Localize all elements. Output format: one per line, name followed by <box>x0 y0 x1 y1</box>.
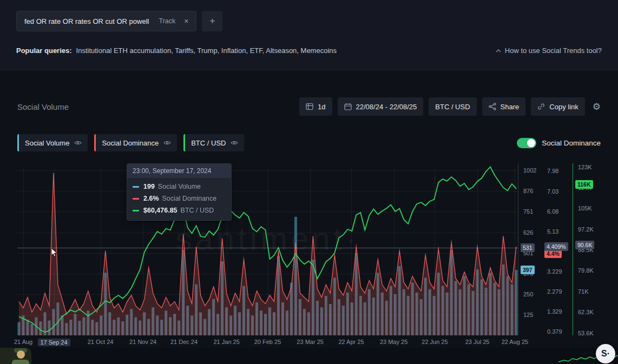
eye-icon[interactable] <box>74 140 82 145</box>
chevron-up-icon <box>496 49 501 52</box>
legend-label: Social Dominance <box>102 139 159 147</box>
legend-label: Social Volume <box>25 139 69 147</box>
axis-tick: 6.08 <box>547 208 558 215</box>
x-axis-label: 21 Oct 24 <box>88 339 114 345</box>
interval-icon <box>306 103 313 110</box>
avatar-body <box>12 360 29 364</box>
axis-tick: 5.13 <box>547 228 558 235</box>
legend-label: BTC / USD <box>191 139 226 147</box>
x-axis-label: 22 Apr 25 <box>338 339 364 345</box>
query-text: fed OR rate OR rates OR cut OR powell <box>24 17 149 25</box>
avatar-head <box>17 350 25 359</box>
crosshair-value-btc: 90.6K <box>575 241 594 249</box>
query-chip-row: fed OR rate OR rates OR cut OR powell Tr… <box>16 11 602 31</box>
axis-tick: 53.6K <box>578 330 594 336</box>
axis-tick: 2.279 <box>547 288 562 295</box>
tooltip-value: 2.6% <box>143 195 159 202</box>
panel-header: Social Volume 1d 22/08/24 - 22/08/25 BTC… <box>17 97 601 116</box>
footer-strip <box>0 348 618 364</box>
track-button[interactable]: Track <box>159 17 175 25</box>
axis-tick: 0.379 <box>547 328 562 335</box>
interval-selector[interactable]: 1d <box>299 97 332 116</box>
legend-chip-btc-usd[interactable]: BTC / USD <box>183 134 244 151</box>
chart-controls: 1d 22/08/24 - 22/08/25 BTC / USD Share C… <box>299 97 601 116</box>
link-icon <box>537 103 545 110</box>
x-axis-label: 22 Jun 25 <box>422 339 448 345</box>
chart-panel: Social Volume 1d 22/08/24 - 22/08/25 BTC… <box>0 97 618 347</box>
help-link-label: How to use Social Trends tool? <box>505 47 602 55</box>
tooltip-row: $60,476.85 BTC / USD <box>127 204 231 216</box>
y-axis-btc-usd: 90.6K 116K 53.6K62.3K71K79.8K88.5K97.2K1… <box>573 163 601 335</box>
x-axis-label: 21 Aug <box>14 339 32 345</box>
x-axis: 21 Aug17 Sep 2421 Oct 2421 Nov 2421 Dec … <box>17 335 518 347</box>
eye-icon[interactable] <box>163 140 171 145</box>
series-dash-btc-usd <box>133 210 139 211</box>
x-axis-label: 21 Jan 25 <box>213 339 239 345</box>
chart-canvas[interactable] <box>17 163 518 335</box>
axis-tick: 751 <box>523 208 533 215</box>
chart-tooltip: 23:00, September 17, 2024 199 Social Vol… <box>127 163 232 221</box>
calendar-icon <box>344 103 352 110</box>
gear-icon[interactable]: ⚙ <box>593 102 601 111</box>
top-bar: fed OR rate OR rates OR cut OR powell Tr… <box>0 0 618 70</box>
tooltip-timestamp: 23:00, September 17, 2024 <box>127 164 231 178</box>
y-axis-social-volume: 531 397 1252503765016267518761002 <box>518 163 542 335</box>
panel-title: Social Volume <box>17 102 69 111</box>
copy-link-button[interactable]: Copy link <box>531 97 584 116</box>
social-dominance-toggle[interactable] <box>517 138 536 148</box>
page: fed OR rate OR rates OR cut OR powell Tr… <box>0 0 618 364</box>
tooltip-value: $60,476.85 <box>143 207 177 214</box>
toggle-label: Social Dominance <box>542 139 601 147</box>
x-axis-label: 21 Nov 24 <box>129 339 156 345</box>
tooltip-label: Social Dominance <box>162 195 217 202</box>
tooltip-row: 199 Social Volume <box>127 181 231 193</box>
share-button[interactable]: Share <box>482 97 526 116</box>
tooltip-body: 199 Social Volume 2.6% Social Dominance … <box>127 178 231 220</box>
x-axis-label: 22 Aug 25 <box>502 339 529 345</box>
crosshair-value-dominance: 4.409% <box>544 242 568 251</box>
legend-chip-social-dominance[interactable]: Social Dominance <box>94 134 177 151</box>
tooltip-row: 2.6% Social Dominance <box>127 193 231 204</box>
axis-tick: 71K <box>578 288 589 295</box>
date-range-selector[interactable]: 22/08/24 - 22/08/25 <box>338 97 424 116</box>
legend-row: Social Volume Social Dominance BTC / USD… <box>17 134 601 151</box>
crosshair-value-volume: 531 <box>521 243 535 252</box>
tooltip-label: BTC / USD <box>181 207 214 214</box>
axis-tick: 105K <box>578 205 592 211</box>
pair-value: BTC / USD <box>435 103 470 111</box>
popular-queries-list[interactable]: Institutional ETH accumulation, Tariffs,… <box>76 47 337 55</box>
series-dash-social-dominance <box>133 198 139 200</box>
pair-selector[interactable]: BTC / USD <box>429 97 476 116</box>
x-axis-label-highlighted: 17 Sep 24 <box>37 339 70 346</box>
toggle-knob <box>527 139 535 147</box>
eye-icon[interactable] <box>231 140 238 145</box>
copy-link-label: Copy link <box>549 103 578 111</box>
axis-tick: 123K <box>578 164 592 170</box>
x-axis-label: 23 May 25 <box>380 339 407 345</box>
share-label: Share <box>501 103 520 111</box>
x-axis-label: 23 Mar 25 <box>297 339 324 345</box>
help-link[interactable]: How to use Social Trends tool? <box>496 47 602 55</box>
corner-avatar-overlay <box>0 348 31 364</box>
series-dash-social-volume <box>133 186 139 188</box>
plot-area: santiment· 23:00, September 17, 2024 199… <box>17 163 518 335</box>
popular-queries-row: Popular queries: Institutional ETH accum… <box>16 47 602 55</box>
legend-chip-social-volume[interactable]: Social Volume <box>17 134 88 151</box>
axis-tick: 626 <box>523 229 533 236</box>
x-axis-label: 23 Jul 25 <box>465 339 490 345</box>
share-icon <box>489 103 496 110</box>
axis-tick: 7.98 <box>547 168 558 174</box>
tooltip-value: 199 <box>143 183 155 190</box>
close-icon[interactable]: × <box>184 17 188 25</box>
add-query-button[interactable]: + <box>202 11 222 31</box>
axis-tick: 62.3K <box>578 309 594 315</box>
axis-tick: 125 <box>523 312 533 318</box>
chart-area: santiment· 23:00, September 17, 2024 199… <box>17 163 601 335</box>
latest-value-btc: 116K <box>575 180 593 189</box>
x-axis-label: 21 Dec 24 <box>170 339 198 345</box>
axis-tick: 79.8K <box>578 267 594 274</box>
axis-tick: 1.329 <box>547 308 562 315</box>
query-chip[interactable]: fed OR rate OR rates OR cut OR powell Tr… <box>16 11 196 31</box>
y-axis-social-dominance: 4.409% 4.4% 0.3791.3292.2793.2295.136.08… <box>542 163 573 335</box>
santiment-logo-button[interactable]: S· <box>596 344 615 363</box>
